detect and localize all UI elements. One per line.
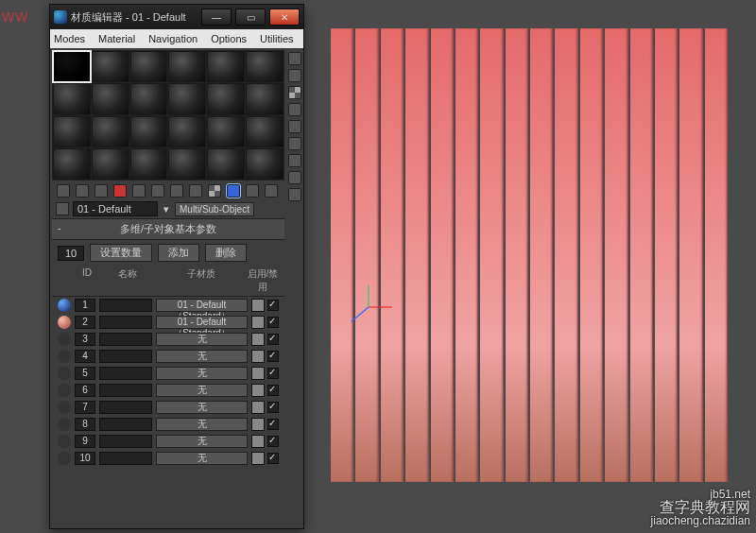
sample-slot[interactable] (168, 148, 206, 180)
submaterial-enable-checkbox[interactable] (267, 317, 279, 328)
submaterial-enable-checkbox[interactable] (267, 300, 279, 311)
go-forward-icon[interactable] (265, 184, 278, 198)
submaterial-id[interactable]: 1 (75, 299, 95, 312)
submaterial-color-swatch[interactable] (251, 418, 265, 431)
submaterial-name-input[interactable] (99, 418, 152, 431)
maximize-button[interactable]: ▭ (235, 9, 266, 26)
submaterial-id[interactable]: 3 (75, 333, 95, 346)
submaterial-name-input[interactable] (99, 299, 152, 312)
sample-slot[interactable] (207, 116, 245, 147)
submaterial-enable-checkbox[interactable] (267, 351, 279, 362)
sample-slot[interactable] (53, 83, 91, 114)
background-icon[interactable] (288, 86, 301, 99)
minimize-button[interactable]: — (201, 9, 232, 26)
titlebar[interactable]: 材质编辑器 - 01 - Default — ▭ ✕ (50, 5, 303, 29)
collapse-icon[interactable]: - (58, 222, 61, 233)
get-material-icon[interactable] (57, 184, 70, 198)
make-unique-icon[interactable] (151, 184, 164, 198)
show-end-result-icon[interactable] (227, 184, 240, 198)
sample-slot[interactable] (246, 148, 284, 180)
add-button[interactable]: 添加 (158, 244, 199, 262)
submaterial-name-input[interactable] (99, 316, 152, 329)
submaterial-enable-checkbox[interactable] (267, 368, 279, 379)
menu-utilities[interactable]: Utilities (260, 33, 293, 44)
submaterial-id[interactable]: 10 (75, 452, 95, 465)
menu-options[interactable]: Options (211, 33, 247, 44)
submaterial-color-swatch[interactable] (251, 435, 265, 448)
sample-slot[interactable] (92, 116, 129, 147)
sample-type-icon[interactable] (288, 52, 301, 65)
submaterial-button[interactable]: 无 (156, 452, 248, 465)
menu-material[interactable]: Material (98, 33, 135, 44)
sample-slot[interactable] (168, 83, 206, 114)
rollout-header[interactable]: - 多维/子对象基本参数 (52, 218, 284, 240)
put-to-scene-icon[interactable] (76, 184, 89, 198)
submaterial-name-input[interactable] (99, 452, 152, 465)
sample-slot[interactable] (53, 116, 91, 147)
menu-modes[interactable]: Modes (54, 33, 85, 44)
submaterial-button[interactable]: 无 (156, 435, 248, 448)
sample-slot[interactable] (92, 148, 129, 180)
sample-slot[interactable] (130, 83, 168, 114)
sample-slot[interactable] (53, 148, 91, 180)
show-map-viewport-icon[interactable] (208, 184, 221, 198)
submaterial-id[interactable]: 9 (75, 435, 95, 448)
submaterial-id[interactable]: 6 (75, 384, 95, 397)
sample-uv-icon[interactable] (288, 103, 301, 116)
submaterial-button[interactable]: 01 - Default（Standard） (156, 299, 248, 312)
video-color-icon[interactable] (288, 120, 301, 133)
submaterial-name-input[interactable] (99, 367, 152, 380)
submaterial-enable-checkbox[interactable] (267, 453, 279, 464)
sample-slot[interactable] (246, 83, 284, 114)
submaterial-id[interactable]: 4 (75, 350, 95, 363)
submaterial-button[interactable]: 01 - Default（Standard） (156, 316, 248, 329)
sample-slot[interactable] (168, 116, 206, 147)
submaterial-color-swatch[interactable] (251, 333, 265, 346)
submaterial-button[interactable]: 无 (156, 418, 248, 431)
make-preview-icon[interactable] (288, 137, 301, 150)
submaterial-button[interactable]: 无 (156, 384, 248, 397)
sample-slot[interactable] (207, 148, 245, 180)
sample-slot[interactable] (207, 51, 245, 82)
submaterial-color-swatch[interactable] (251, 316, 265, 329)
submaterial-name-input[interactable] (99, 333, 152, 346)
material-name-input[interactable] (73, 201, 158, 216)
submaterial-button[interactable]: 无 (156, 401, 248, 414)
options-icon[interactable] (288, 154, 301, 167)
sample-slot[interactable] (168, 51, 206, 82)
submaterial-enable-checkbox[interactable] (267, 402, 279, 413)
sample-slot[interactable] (246, 51, 284, 82)
submaterial-button[interactable]: 无 (156, 350, 248, 363)
sample-slot[interactable] (92, 51, 129, 82)
viewport-object[interactable] (331, 28, 728, 482)
backlight-icon[interactable] (288, 69, 301, 82)
set-number-button[interactable]: 设置数量 (90, 244, 152, 262)
submaterial-id[interactable]: 5 (75, 367, 95, 380)
submaterial-enable-checkbox[interactable] (267, 436, 279, 447)
submaterial-id[interactable]: 8 (75, 418, 95, 431)
submaterial-enable-checkbox[interactable] (267, 385, 279, 396)
sample-slot[interactable] (246, 116, 284, 147)
material-type-button[interactable]: Multi/Sub-Object (175, 202, 254, 216)
sample-slot[interactable] (130, 116, 168, 147)
material-id-icon[interactable] (189, 184, 202, 198)
sample-slot[interactable] (130, 148, 168, 180)
submaterial-name-input[interactable] (99, 384, 152, 397)
material-map-navigator-icon[interactable] (288, 188, 301, 201)
sample-slot[interactable] (53, 51, 91, 82)
select-by-material-icon[interactable] (288, 171, 301, 184)
reset-map-icon[interactable] (113, 184, 127, 198)
make-copy-icon[interactable] (132, 184, 146, 198)
submaterial-name-input[interactable] (99, 401, 152, 414)
submaterial-color-swatch[interactable] (251, 401, 265, 414)
put-to-library-icon[interactable] (170, 184, 183, 198)
submaterial-id[interactable]: 7 (75, 401, 95, 414)
submaterial-color-swatch[interactable] (251, 299, 265, 312)
sample-slot[interactable] (92, 83, 129, 114)
menu-navigation[interactable]: Navigation (148, 33, 198, 44)
dropdown-icon[interactable]: ▾ (162, 203, 171, 215)
submaterial-button[interactable]: 无 (156, 367, 248, 380)
close-button[interactable]: ✕ (269, 9, 300, 26)
submaterial-enable-checkbox[interactable] (267, 334, 279, 345)
submaterial-color-swatch[interactable] (251, 452, 265, 465)
